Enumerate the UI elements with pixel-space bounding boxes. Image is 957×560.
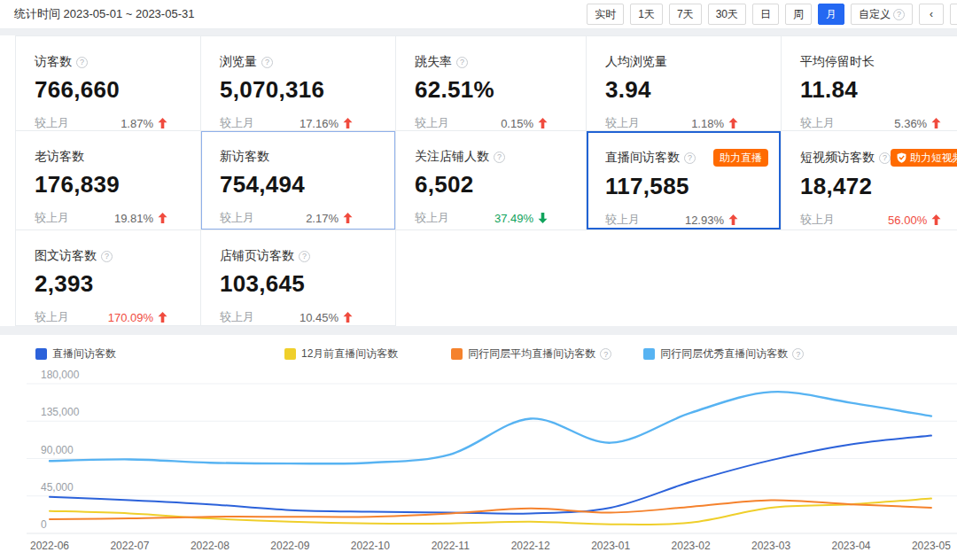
help-icon[interactable]: ? [456, 57, 468, 68]
range-button-8[interactable]: 自定义? [851, 4, 913, 25]
change-percent: 17.16% [300, 117, 338, 130]
stat-date-range: 统计时间 2023-05-01 ~ 2023-05-31 [14, 6, 194, 22]
compare-label: 较上月 [35, 309, 69, 325]
prev-period-button[interactable]: ‹ [919, 4, 944, 25]
compare-label: 较上月 [415, 115, 449, 131]
compare-label: 较上月 [605, 212, 640, 228]
x-tick-label: 2022-09 [270, 540, 309, 552]
metric-title: 短视频访客数 [800, 150, 875, 166]
topbar: 统计时间 2023-05-01 ~ 2023-05-31 实时1天7天30天日周… [0, 0, 957, 29]
help-icon[interactable]: ? [299, 251, 310, 262]
range-button-6[interactable]: 周 [785, 4, 812, 25]
metric-value: 2,393 [35, 270, 188, 298]
next-period-button-clipped[interactable] [950, 4, 957, 25]
analytics-dashboard: 统计时间 2023-05-01 ~ 2023-05-31 实时1天7天30天日周… [0, 0, 957, 560]
help-icon[interactable]: ? [261, 57, 273, 68]
metric-value: 5,070,316 [220, 76, 383, 104]
series-line-1[interactable] [50, 436, 931, 514]
metric-card-1[interactable]: 访客数 ? 766,660 较上月 1.87% [15, 35, 201, 131]
legend-swatch [643, 348, 655, 360]
line-chart[interactable]: 045,00090,000135,000180,0002022-062022-0… [0, 363, 957, 560]
y-tick-label: 0 [41, 518, 47, 531]
help-icon[interactable]: ? [879, 152, 891, 164]
chart-legend: 直播间访客数12月前直播间访客数同行同层平均直播间访客数?同行同层优秀直播间访客… [35, 346, 804, 362]
legend-label: 12月前直播间访客数 [301, 346, 398, 362]
range-button-5[interactable]: 日 [752, 4, 779, 25]
compare-label: 较上月 [415, 210, 449, 226]
legend-item-2[interactable]: 12月前直播间访客数 [284, 346, 398, 362]
trend-up-icon [158, 118, 167, 128]
help-icon: ? [893, 9, 905, 20]
metric-title: 跳失率 [415, 54, 452, 70]
metric-title: 浏览量 [220, 54, 257, 70]
x-tick-label: 2023-04 [831, 540, 870, 552]
change-percent: 0.15% [501, 117, 533, 130]
metric-title: 直播间访客数 [605, 150, 680, 166]
empty-grid-cell [396, 230, 587, 326]
series-line-4[interactable] [50, 392, 931, 463]
trend-up-icon [343, 312, 353, 323]
metric-card-5[interactable]: 平均停留时长 11.84 较上月 5.36% [782, 35, 957, 131]
help-icon[interactable]: ? [792, 348, 804, 360]
y-tick-label: 180,000 [41, 369, 80, 381]
metric-card-3[interactable]: 跳失率 ? 62.51% 较上月 0.15% [396, 35, 587, 131]
legend-label: 同行同层优秀直播间访客数 [660, 346, 788, 362]
metric-title: 人均浏览量 [605, 54, 667, 70]
help-icon[interactable]: ? [684, 152, 696, 164]
metric-title: 关注店铺人数 [415, 149, 489, 165]
metric-value: 62.51% [415, 76, 573, 104]
metric-title: 店铺页访客数 [220, 248, 294, 264]
trend-up-icon [538, 118, 548, 128]
metric-value: 766,660 [35, 76, 188, 104]
legend-item-1[interactable]: 直播间访客数 [35, 346, 116, 362]
change-percent: 1.87% [121, 117, 153, 130]
x-tick-label: 2022-06 [30, 540, 69, 552]
metric-title: 老访客数 [35, 149, 84, 165]
promo-badge[interactable]: 助力短视频 [891, 149, 957, 167]
help-icon[interactable]: ? [76, 57, 88, 68]
help-icon[interactable]: ? [494, 152, 505, 163]
help-icon[interactable]: ? [600, 348, 611, 360]
trend-up-icon [158, 312, 167, 323]
y-tick-label: 45,000 [41, 481, 74, 494]
metric-card-8[interactable]: 关注店铺人数 ? 6,502 较上月 37.49% [396, 131, 587, 230]
legend-item-4[interactable]: 同行同层优秀直播间访客数? [643, 346, 804, 362]
range-button-7[interactable]: 月 [818, 4, 844, 25]
range-button-1[interactable]: 实时 [587, 4, 624, 25]
help-icon[interactable]: ? [101, 251, 113, 262]
range-button-4[interactable]: 30天 [708, 4, 746, 25]
legend-label: 直播间访客数 [52, 346, 116, 362]
x-tick-label: 2022-12 [511, 540, 550, 552]
metric-card-10[interactable]: 短视频访客数 ? 助力短视频 › 18,472 较上月 56.00% [782, 131, 957, 230]
trend-up-icon [158, 213, 167, 223]
metric-title: 新访客数 [220, 149, 269, 165]
compare-label: 较上月 [35, 115, 69, 131]
metric-card-6[interactable]: 老访客数 176,839 较上月 19.81% [15, 131, 201, 230]
compare-label: 较上月 [800, 212, 835, 228]
change-percent: 56.00% [888, 214, 927, 227]
metric-value: 18,472 [800, 173, 957, 200]
metric-card-4[interactable]: 人均浏览量 3.94 较上月 1.18% [587, 35, 782, 131]
trend-chart-panel: 直播间访客数12月前直播间访客数同行同层平均直播间访客数?同行同层优秀直播间访客… [0, 335, 957, 560]
legend-item-3[interactable]: 同行同层平均直播间访客数? [451, 346, 611, 362]
metric-title: 图文访客数 [35, 248, 97, 264]
metric-card-7[interactable]: 新访客数 754,494 较上月 2.17% [201, 131, 396, 230]
x-tick-label: 2023-02 [672, 540, 711, 552]
trend-up-icon [728, 118, 738, 128]
metric-value: 3.94 [605, 76, 768, 104]
x-tick-label: 2022-08 [191, 540, 230, 552]
change-percent: 10.45% [300, 311, 338, 324]
range-button-3[interactable]: 7天 [669, 4, 702, 25]
promo-badge[interactable]: 助力直播 [713, 149, 768, 167]
legend-label: 同行同层平均直播间访客数 [468, 346, 595, 362]
metric-card-2[interactable]: 浏览量 ? 5,070,316 较上月 17.16% [201, 35, 396, 131]
shield-check-icon [897, 152, 906, 163]
metric-card-11[interactable]: 图文访客数 ? 2,393 较上月 170.09% [15, 230, 201, 326]
metric-value: 754,494 [220, 171, 383, 198]
range-button-2[interactable]: 1天 [630, 4, 663, 25]
change-percent: 37.49% [494, 212, 533, 225]
metric-card-9[interactable]: 直播间访客数 ? 助力直播 117,585 较上月 12.93% [587, 131, 782, 230]
change-percent: 12.93% [685, 214, 724, 227]
metric-cards-panel: 访客数 ? 766,660 较上月 1.87% 浏览量 ? 5,070,316 … [0, 35, 957, 326]
metric-card-12[interactable]: 店铺页访客数 ? 103,645 较上月 10.45% [201, 230, 396, 326]
